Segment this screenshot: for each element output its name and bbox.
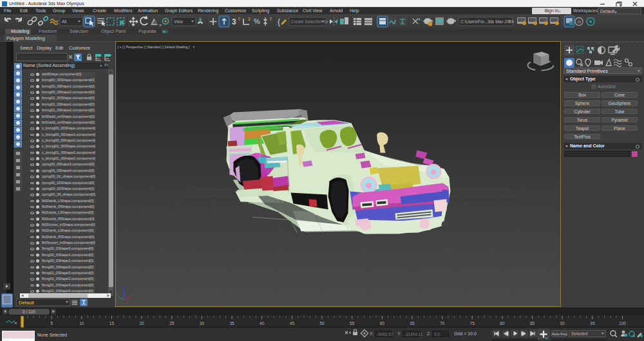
svg-text:85: 85: [530, 321, 535, 326]
svg-text:Y: Y: [117, 293, 119, 297]
svg-text:95: 95: [590, 321, 595, 326]
svg-text:50: 50: [319, 321, 325, 326]
svg-text:55: 55: [350, 321, 355, 326]
svg-text:x: x: [133, 293, 135, 297]
svg-text:15: 15: [577, 20, 581, 24]
svg-text:100: 100: [619, 321, 626, 326]
svg-text:60: 60: [380, 321, 385, 326]
svg-text:{: {: [278, 17, 280, 26]
svg-text:70: 70: [440, 321, 445, 326]
svg-text:C:\Users\For...3ds Max 2024: C:\Users\For...3ds Max 2024: [460, 19, 514, 24]
svg-text:75: 75: [470, 321, 475, 326]
svg-text:10: 10: [79, 321, 84, 326]
svg-text:25: 25: [169, 321, 175, 326]
svg-text:40: 40: [260, 321, 265, 326]
svg-text:3: 3: [232, 17, 236, 26]
svg-text:90: 90: [560, 321, 565, 326]
svg-text:80: 80: [500, 321, 505, 326]
svg-text:45: 45: [290, 321, 295, 326]
svg-text:?: ?: [269, 17, 272, 21]
svg-text:%: %: [254, 17, 260, 25]
svg-text:2: 2: [248, 17, 251, 21]
svg-text:15: 15: [109, 321, 115, 326]
svg-text:35: 35: [229, 321, 234, 326]
svg-text:All: All: [62, 19, 67, 24]
svg-text:20: 20: [139, 321, 144, 326]
svg-text:30: 30: [200, 321, 205, 326]
svg-text:View: View: [174, 19, 183, 24]
svg-text:65: 65: [410, 321, 415, 326]
svg-text:z: z: [123, 286, 125, 290]
svg-text:?: ?: [238, 17, 240, 21]
svg-text:5: 5: [50, 321, 53, 326]
